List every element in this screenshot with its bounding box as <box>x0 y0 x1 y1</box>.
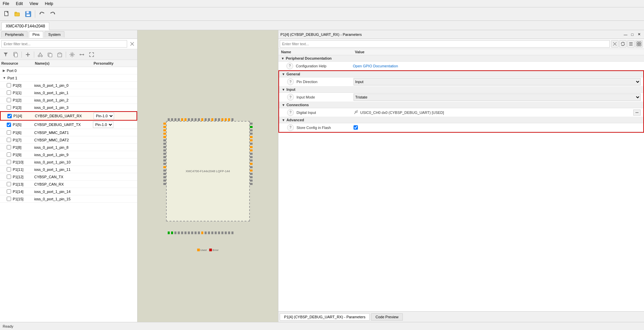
pin-checkbox-p1-8[interactable] <box>7 145 11 149</box>
copy-list-btn[interactable] <box>11 50 20 59</box>
personality-select-p1-5[interactable]: Pin-1.0 <box>93 121 113 128</box>
bottom-tab-parameters[interactable]: P1[4] (CYBSP_DEBUG_UART_RX) - Parameters <box>280 313 370 321</box>
list-item[interactable]: P1[13] CYBSP_CAN_RX <box>0 181 137 188</box>
save-button[interactable] <box>23 9 33 19</box>
menu-file[interactable]: File <box>1 1 10 6</box>
list-item[interactable]: P1[3] ioss_0_port_1_pin_3 <box>0 104 137 111</box>
resource-label: P1[1] <box>13 91 21 95</box>
right-filter-input[interactable] <box>280 40 610 48</box>
menu-view[interactable]: View <box>28 1 40 6</box>
filter-clear-btn[interactable] <box>611 40 619 48</box>
expand-btn[interactable] <box>87 50 96 59</box>
list-item[interactable]: P1[0] ioss_0_port_1_pin_0 <box>0 82 137 89</box>
list-item[interactable]: P1[15] ioss_0_port_1_pin_15 <box>0 195 137 203</box>
list-item[interactable]: P1[2] ioss_0_port_1_pin_2 <box>0 96 137 104</box>
param-help-digital-input[interactable]: ? <box>287 109 294 116</box>
undo-button[interactable] <box>37 9 47 19</box>
minimize-panel-btn[interactable]: — <box>623 31 629 38</box>
pin-checkbox-p1-12[interactable] <box>7 175 11 179</box>
list-item[interactable]: P1[9] ioss_0_port_1_pin_9 <box>0 151 137 158</box>
filter-refresh-btn[interactable] <box>619 40 627 48</box>
list-item[interactable]: P1[10] ioss_0_port_1_pin_10 <box>0 158 137 166</box>
pin-checkbox-p1-7[interactable] <box>7 138 11 142</box>
left-filter-input[interactable] <box>1 40 127 48</box>
pin-checkbox-p1-1[interactable] <box>7 90 11 95</box>
param-help-input-mode[interactable]: ? <box>287 94 294 101</box>
pin-checkbox-p1-4[interactable] <box>7 114 12 118</box>
section-arrow-input: ▼ <box>282 88 285 91</box>
pin-checkbox-p1-13[interactable] <box>7 182 11 186</box>
menu-help[interactable]: Help <box>44 1 55 6</box>
store-config-checkbox[interactable] <box>354 125 358 130</box>
menu-edit[interactable]: Edit <box>14 1 24 6</box>
section-label-advanced: Advanced <box>286 118 304 122</box>
pin-checkbox-p1-11[interactable] <box>7 167 11 172</box>
new-button[interactable] <box>2 9 11 19</box>
add-btn[interactable] <box>23 50 32 59</box>
pin-checkbox-p1-10[interactable] <box>7 160 11 164</box>
pin-checkbox-p1-9[interactable] <box>7 152 11 157</box>
tab-system[interactable]: System <box>45 31 64 38</box>
close-panel-btn[interactable]: ✕ <box>636 31 642 38</box>
bottom-tab-code-preview[interactable]: Code Preview <box>371 313 402 321</box>
paste-btn[interactable] <box>55 50 64 59</box>
name-cell: ioss_0_port_1_pin_11 <box>34 167 92 172</box>
list-item[interactable]: P1[6] CYBSP_MMC_DAT1 <box>0 129 137 136</box>
pin-checkbox-p1-0[interactable] <box>7 83 11 87</box>
tab-pins[interactable]: Pins <box>29 31 43 38</box>
param-col-value-header: Value <box>355 50 641 54</box>
section-header-input[interactable]: ▼ Input <box>279 86 643 93</box>
list-item[interactable]: P1[14] ioss_0_port_1_pin_14 <box>0 188 137 195</box>
resource-label: P1[2] <box>13 98 21 102</box>
list-item[interactable]: ▼ Port 1 <box>0 74 137 82</box>
copy-btn[interactable] <box>46 50 54 59</box>
resource-label: P1[11] <box>13 168 23 172</box>
name-cell: ioss_0_port_1_pin_14 <box>34 189 92 194</box>
pin-checkbox-p1-3[interactable] <box>7 105 11 110</box>
filter-expand-all-btn[interactable] <box>635 40 643 48</box>
digital-input-dots-btn[interactable]: ··· <box>633 110 641 116</box>
open-button[interactable] <box>13 9 22 19</box>
pin-direction-select[interactable]: Input Output Bidirectional <box>354 78 641 85</box>
list-item[interactable]: ▶ Port 0 <box>0 67 137 74</box>
pin-checkbox-p1-2[interactable] <box>7 98 11 102</box>
name-cell <box>34 78 92 78</box>
personality-cell <box>92 177 131 177</box>
section-header-advanced[interactable]: ▼ Advanced <box>279 117 643 123</box>
section-header-general[interactable]: ▼ General <box>279 71 643 77</box>
settings-btn[interactable] <box>68 50 76 59</box>
left-filter-clear[interactable] <box>128 40 136 48</box>
list-item[interactable]: P1[8] ioss_0_port_1_pin_8 <box>0 144 137 151</box>
list-item[interactable]: P1[1] ioss_0_port_1_pin_1 <box>0 89 137 96</box>
list-item[interactable]: P1[5] CYBSP_DEBUG_UART_TX Pin-1.0 <box>0 121 137 129</box>
pin-checkbox-p1-6[interactable] <box>7 130 11 135</box>
app-tab-xmc[interactable]: XMC4700-F144x2048 <box>1 22 49 30</box>
redo-button[interactable] <box>48 9 57 19</box>
list-item[interactable]: P1[7] CYBSP_MMC_DAT2 <box>0 136 137 144</box>
section-header-connections[interactable]: ▼ Connections <box>279 102 643 108</box>
input-mode-select[interactable]: Tristate Pull-Up Pull-Down <box>354 93 641 101</box>
cut-btn[interactable] <box>36 50 45 59</box>
open-gpio-doc-link[interactable]: Open GPIO Documentation <box>353 64 398 68</box>
section-header-peripheral-doc[interactable]: ▼ Peripheral Documentation <box>278 55 644 62</box>
pin-checkbox-p1-15[interactable] <box>7 197 11 201</box>
list-item-p1-4-selected[interactable]: P1[4] CYBSP_DEBUG_UART_RX Pin-1.0 <box>0 111 137 121</box>
arrows-btn[interactable] <box>77 50 86 59</box>
list-item[interactable]: P1[11] ioss_0_port_1_pin_11 <box>0 166 137 173</box>
list-item[interactable]: P1[12] CYBSP_CAN_TX <box>0 173 137 181</box>
center-canvas-panel: XMC4700-F144x2048 LQFP-144 <box>138 30 278 322</box>
param-help-store-config[interactable]: ? <box>287 124 294 131</box>
param-help-pin-direction[interactable]: ? <box>287 78 294 85</box>
restore-panel-btn[interactable]: □ <box>629 31 635 38</box>
param-help-config-help[interactable]: ? <box>286 63 293 69</box>
tab-peripherals[interactable]: Peripherals <box>1 31 28 38</box>
canvas-area[interactable]: XMC4700-F144x2048 LQFP-144 <box>138 30 278 322</box>
pin-checkbox-p1-14[interactable] <box>7 189 11 194</box>
resource-cell: P1[9] <box>0 152 34 157</box>
lt-sep-2 <box>34 52 34 58</box>
pin-checkbox-p1-5[interactable] <box>7 123 11 127</box>
personality-select-p1-4[interactable]: Pin-1.0 <box>94 113 114 119</box>
filter-btn[interactable] <box>1 50 10 59</box>
personality-cell: Pin-1.0 <box>92 121 131 128</box>
filter-collapse-btn[interactable] <box>627 40 635 48</box>
